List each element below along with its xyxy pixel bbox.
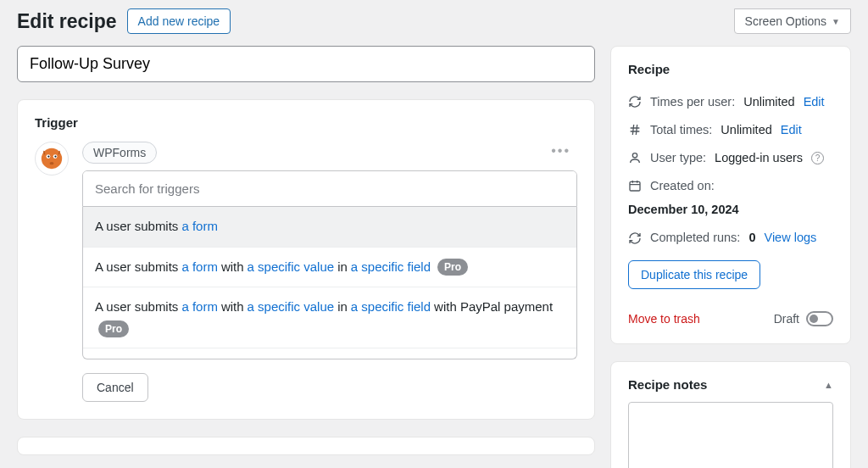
trigger-option[interactable]: A user submits a form with a specific va… xyxy=(83,248,576,288)
pro-badge: Pro xyxy=(98,320,129,337)
screen-options-label: Screen Options xyxy=(745,14,827,28)
refresh-icon xyxy=(628,95,642,109)
recipe-notes-heading: Recipe notes xyxy=(628,377,707,392)
wpforms-icon xyxy=(35,142,69,176)
meta-user-type: User type: Logged-in users ? xyxy=(628,144,833,172)
collapse-icon[interactable]: ▲ xyxy=(824,380,833,390)
edit-total-times-link[interactable]: Edit xyxy=(781,122,802,138)
svg-point-5 xyxy=(50,162,54,164)
duplicate-recipe-button[interactable]: Duplicate this recipe xyxy=(628,260,760,289)
trigger-search-input[interactable] xyxy=(83,171,576,206)
meta-total-times: Total times: Unlimited Edit xyxy=(628,116,833,144)
user-icon xyxy=(628,151,642,164)
recipe-notes-textarea[interactable] xyxy=(628,402,833,468)
help-icon[interactable]: ? xyxy=(811,152,824,164)
recipe-meta-panel: Recipe Times per user: Unlimited Edit To… xyxy=(610,46,851,344)
trigger-heading: Trigger xyxy=(35,115,577,130)
move-to-trash-link[interactable]: Move to trash xyxy=(628,312,700,326)
screen-options-button[interactable]: Screen Options ▼ xyxy=(734,8,851,34)
svg-point-3 xyxy=(47,155,49,157)
cancel-button[interactable]: Cancel xyxy=(82,373,148,402)
hash-icon xyxy=(628,123,642,136)
trigger-option[interactable]: A user submits a form with PayPal paymen… xyxy=(83,348,576,360)
svg-point-4 xyxy=(54,155,56,157)
trigger-results-list: A user submits a formA user submits a fo… xyxy=(82,207,577,359)
chevron-down-icon: ▼ xyxy=(832,17,840,26)
recipe-notes-panel: Recipe notes ▲ xyxy=(610,361,851,468)
recipe-title-input[interactable] xyxy=(17,46,595,82)
meta-times-per-user: Times per user: Unlimited Edit xyxy=(628,88,833,116)
recipe-meta-heading: Recipe xyxy=(628,62,833,76)
more-options-icon[interactable]: ••• xyxy=(551,143,570,159)
status-label: Draft xyxy=(774,312,799,326)
trigger-option[interactable]: A user submits a form xyxy=(83,207,576,248)
svg-point-6 xyxy=(632,153,637,158)
next-panel xyxy=(17,437,595,455)
pro-badge: Pro xyxy=(437,259,468,276)
meta-completed-runs: Completed runs: 0 View logs xyxy=(628,224,833,252)
refresh-icon xyxy=(628,231,642,245)
add-new-recipe-button[interactable]: Add new recipe xyxy=(127,8,231,34)
trigger-panel: Trigger ••• WPForms xyxy=(17,99,595,420)
integration-chip[interactable]: WPForms xyxy=(82,142,157,164)
svg-rect-7 xyxy=(630,181,640,191)
view-logs-link[interactable]: View logs xyxy=(764,230,816,246)
trigger-option[interactable]: A user submits a form with a specific va… xyxy=(83,287,576,348)
calendar-icon xyxy=(628,179,642,192)
edit-times-per-user-link[interactable]: Edit xyxy=(804,94,825,110)
page-title: Edit recipe xyxy=(17,10,117,33)
meta-created-on: Created on: December 10, 2024 xyxy=(628,172,833,225)
status-toggle[interactable] xyxy=(806,311,833,326)
